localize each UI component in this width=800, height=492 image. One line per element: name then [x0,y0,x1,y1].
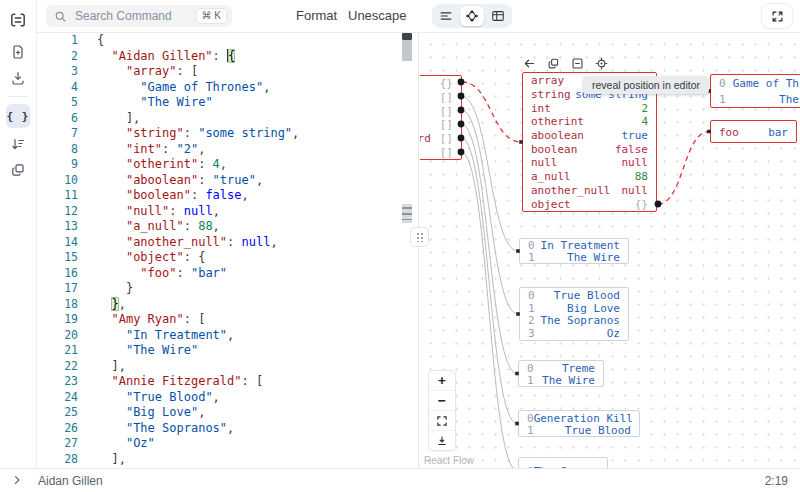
graph-node-got[interactable]: 0Game of Thrones1The Wire [710,74,800,108]
code-line: 21 "The Wire" [36,343,418,359]
code-line: 23 "Annie Fitzgerald": [ [36,374,418,390]
code-line: 4 "Game of Thrones", [36,80,418,96]
graph-node-alice[interactable]: 0The Corner [518,457,608,468]
code-line: 8 "int": "2", [36,142,418,158]
code-line: 11 "boolean": false, [36,188,418,204]
code-line: 28 ], [36,452,418,468]
node-row: int2 [523,101,656,115]
code-line: 20 "In Treatment", [36,328,418,344]
selection-path: Aidan Gillen [38,469,103,492]
node-row: 0The Corner [519,459,607,468]
copy-icon[interactable] [546,56,560,70]
node-row: Amy Ryan[] [420,91,461,105]
node-row: 0Generation Kill [519,412,639,424]
code-line: 1{ [36,33,418,49]
code-line: 26 "The Sopranos", [36,421,418,437]
node-row: 3Oz [520,327,628,340]
node-row: nullnull [523,156,656,170]
node-row: otherint4 [523,115,656,129]
panel-divider [418,32,419,468]
json-braces-icon[interactable]: { } [6,104,30,128]
node-row: 2The Sopranos [520,315,628,328]
node-row: foobar [711,122,796,142]
code-line: 5 "The Wire" [36,95,418,111]
download-image-button[interactable] [429,431,455,450]
code-line: 9 "otherint": 4, [36,157,418,173]
search-command-box[interactable]: ⌘ K [46,5,232,27]
node-row: 1The Wire [519,374,603,386]
code-line: 17 } [36,281,418,297]
back-icon[interactable] [522,56,536,70]
zoom-in-button[interactable]: + [429,371,455,391]
format-button[interactable]: Format [296,0,337,32]
download-icon[interactable] [6,66,30,90]
fullscreen-button[interactable] [762,4,792,28]
node-row: Alice Farmer[] [420,145,461,159]
scrollbar-decorations [402,204,412,223]
node-row: 1True Blood [519,424,639,436]
search-shortcut-badge: ⌘ K [196,8,227,24]
code-line: 3 "array": [ [36,64,418,80]
node-row: another_nullnull [523,184,656,198]
code-line: 12 "null": null, [36,204,418,220]
node-row: abooleantrue [523,129,656,143]
fullscreen-icon [771,10,784,23]
duplicate-icon[interactable] [6,158,30,182]
search-icon [54,10,67,23]
code-lines: 1{2 "Aidan Gillen": {3 "array": [4 "Game… [36,33,418,468]
code-line: 22 ], [36,359,418,375]
scrollbar-thumb[interactable] [402,40,412,61]
node-row: Annie Fitzgerald[] [420,104,461,118]
graph-node-amy[interactable]: 0In Treatment1The Wire [519,238,629,264]
node-row: a_null88 [523,170,656,184]
text-view-icon [439,9,453,23]
search-input[interactable] [73,8,196,24]
code-line: 24 "True Blood", [36,390,418,406]
node-row: Anwan Glover[] [420,118,461,132]
code-line: 19 "Amy Ryan": [ [36,312,418,328]
node-row: 0Treme [519,362,603,374]
code-line: 13 "a_null": 88, [36,219,418,235]
node-toolbar [522,56,608,70]
code-line: 16 "foo": "bar" [36,266,418,282]
panel-resize-handle[interactable] [410,227,429,247]
collapse-node-icon[interactable] [570,56,584,70]
text-view-button[interactable] [434,6,458,26]
code-line: 18 }, [36,297,418,313]
table-view-button[interactable] [486,6,510,26]
graph-node-anwan[interactable]: 0Treme1The Wire [518,360,604,387]
json-code-editor[interactable]: 1{2 "Aidan Gillen": {3 "array": [4 "Game… [36,32,418,468]
transform-icon[interactable] [6,132,30,156]
view-switcher [432,4,512,28]
tooltip: reveal position in editor [583,76,709,94]
scrollbar-cap [402,33,412,40]
graph-node-alex[interactable]: 0Generation Kill1True Blood [518,410,640,437]
code-line: 15 "object": { [36,250,418,266]
code-line: 6 ], [36,111,418,127]
sidebar-divider [8,96,28,97]
top-bar: ⌘ K Format Unescape [36,0,800,33]
zoom-out-button[interactable]: − [429,391,455,411]
focus-node-icon[interactable] [594,56,608,70]
timer: 2:19 [765,469,788,492]
node-row: 1The Wire [711,92,800,108]
app-logo-icon[interactable] [6,8,30,32]
new-document-icon[interactable] [6,40,30,64]
table-view-icon [491,9,505,23]
code-line: 2 "Aidan Gillen": { [36,49,418,65]
unescape-button[interactable]: Unescape [348,0,407,32]
editor-scrollbar[interactable] [402,33,413,467]
code-line: 27 "Oz" [36,436,418,452]
fit-view-button[interactable] [429,411,455,431]
node-row: Alexander Skarsgard[] [420,132,461,146]
graph-node-root[interactable]: Aidan Gillen{}Amy Ryan[]Annie Fitzgerald… [420,75,462,160]
graph-node-annie[interactable]: 0True Blood1Big Love2The Sopranos3Oz [519,287,629,341]
graph-view-button[interactable] [460,6,484,26]
graph-canvas[interactable]: Aidan Gillen{}Amy Ryan[]Annie Fitzgerald… [420,32,800,468]
react-flow-attribution[interactable]: React Flow [424,455,474,466]
node-row: object{} [523,197,656,211]
fit-view-icon [436,415,448,427]
code-line: 7 "string": "some string", [36,126,418,142]
chevron-right-icon[interactable] [11,474,23,486]
graph-node-foo[interactable]: foobar [710,120,797,143]
